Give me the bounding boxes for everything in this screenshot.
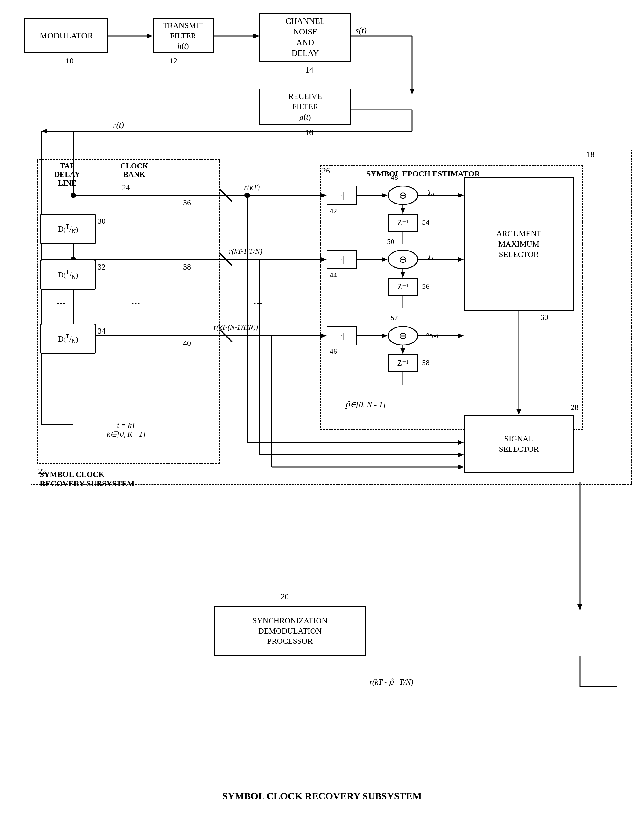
ref-40: 40 xyxy=(183,339,191,348)
sum-block-2: ⊕ xyxy=(388,250,418,269)
phat-label: p̂∈[0, N - 1] xyxy=(345,400,386,409)
svg-marker-61 xyxy=(578,604,582,610)
sync-demod-label: SYNCHRONIZATIONDEMODULATIONPROCESSOR xyxy=(252,616,328,647)
signal-rkt: r(kT) xyxy=(244,183,260,192)
ref-32: 32 xyxy=(98,262,106,271)
tap-delay-inner-box xyxy=(37,159,220,464)
ref-26: 26 xyxy=(322,166,330,175)
delay-2-label: D(T/N) xyxy=(58,268,78,281)
sum-1-label: ⊕ xyxy=(399,190,407,201)
z-inv-block-2: Z⁻¹ xyxy=(388,278,418,296)
delay-block-3: D(T/N) xyxy=(40,323,96,354)
dots-signals: ... xyxy=(253,293,262,307)
ref-10: 10 xyxy=(66,57,74,66)
abs-3-label: |·| xyxy=(339,330,345,341)
output-signal-label: r(kT - p̂ · T/N) xyxy=(369,678,413,687)
z-inv-block-3: Z⁻¹ xyxy=(388,354,418,373)
ref-30: 30 xyxy=(98,217,106,226)
delay-1-label: D(T/N) xyxy=(58,222,78,235)
z-inv-block-1: Z⁻¹ xyxy=(388,214,418,232)
ref-12: 12 xyxy=(169,57,177,66)
transmit-filter-block: TRANSMITFILTERh(t) xyxy=(153,18,214,54)
lambda-1-label: λ₁ xyxy=(427,253,434,262)
bottom-title: SYMBOL CLOCK RECOVERY SUBSYSTEM xyxy=(168,791,476,802)
ref-60: 60 xyxy=(540,313,548,322)
arg-max-label: ARGUMENTMAXIMUMSELECTOR xyxy=(496,228,541,259)
z-inv-2-label: Z⁻¹ xyxy=(397,282,409,292)
symbol-epoch-label: SYMBOL EPOCH ESTIMATOR xyxy=(366,169,480,179)
ref-36: 36 xyxy=(183,198,191,207)
abs-block-3: |·| xyxy=(327,326,357,345)
t-eq-label: t = kTk∈[0, K - 1] xyxy=(107,421,146,438)
recovery-subsystem-label-inner: SYMBOL CLOCKRECOVERY SUBSYSTEM xyxy=(40,470,135,488)
channel-noise-block: CHANNELNOISEANDDELAY xyxy=(259,13,351,62)
signal-rkt1: r(kT-1·T/N) xyxy=(229,247,262,256)
abs-1-label: |·| xyxy=(339,190,345,201)
z-inv-1-label: Z⁻¹ xyxy=(397,218,409,228)
svg-marker-1 xyxy=(147,34,153,38)
ref-44: 44 xyxy=(330,271,337,279)
sync-demod-block: SYNCHRONIZATIONDEMODULATIONPROCESSOR xyxy=(214,606,366,656)
sum-2-label: ⊕ xyxy=(399,254,407,265)
signal-st: s(t) xyxy=(356,26,366,35)
lambda-0-label: λ₀ xyxy=(427,189,434,198)
dots-delay: ... xyxy=(57,293,66,307)
receive-filter-block: RECEIVEFILTERg(t) xyxy=(259,89,351,125)
abs-2-label: |·| xyxy=(339,254,345,265)
transmit-filter-label: TRANSMITFILTERh(t) xyxy=(163,20,204,51)
signal-selector-label: SIGNALSELECTOR xyxy=(499,434,539,454)
abs-block-1: |·| xyxy=(327,185,357,205)
ref-58: 58 xyxy=(422,359,429,367)
delay-3-label: D(T/N) xyxy=(58,333,78,345)
ref-42: 42 xyxy=(330,207,337,215)
sum-block-1: ⊕ xyxy=(388,185,418,205)
ref-56: 56 xyxy=(422,282,429,291)
svg-marker-3 xyxy=(253,34,259,38)
ref-38: 38 xyxy=(183,262,191,271)
clock-bank-label: CLOCKBANK xyxy=(107,162,162,179)
svg-marker-7 xyxy=(409,89,414,95)
delay-block-1: D(T/N) xyxy=(40,214,96,244)
signal-selector-block: SIGNALSELECTOR xyxy=(464,415,574,473)
ref-28: 28 xyxy=(571,403,579,412)
ref-34: 34 xyxy=(98,327,106,336)
receive-filter-label: RECEIVEFILTERg(t) xyxy=(288,91,322,122)
arg-max-block: ARGUMENTMAXIMUMSELECTOR xyxy=(464,177,574,311)
abs-block-2: |·| xyxy=(327,250,357,269)
ref-50: 50 xyxy=(387,238,394,246)
ref-16: 16 xyxy=(305,128,313,137)
ref-14: 14 xyxy=(305,66,313,75)
lambda-n1-label: λN-1 xyxy=(426,329,439,340)
z-inv-3-label: Z⁻¹ xyxy=(397,358,409,368)
signal-rktn1: r(kT-(N-1)T/N)) xyxy=(214,323,258,331)
dots-clock: ... xyxy=(131,293,140,307)
channel-noise-label: CHANNELNOISEANDDELAY xyxy=(286,16,325,58)
ref-52: 52 xyxy=(391,314,398,322)
delay-block-2: D(T/N) xyxy=(40,259,96,290)
modulator-block: MODULATOR xyxy=(25,18,108,54)
ref-46: 46 xyxy=(330,347,337,356)
signal-rt: r(t) xyxy=(113,121,124,130)
sum-3-label: ⊕ xyxy=(399,330,407,342)
ref-24: 24 xyxy=(122,183,130,192)
sum-block-3: ⊕ xyxy=(388,326,418,345)
svg-marker-11 xyxy=(41,129,47,134)
tap-delay-label: TAPDELAYLINE xyxy=(40,162,95,187)
modulator-label: MODULATOR xyxy=(40,30,93,41)
ref-48: 48 xyxy=(391,173,398,182)
ref-54: 54 xyxy=(422,218,429,227)
ref-20: 20 xyxy=(281,592,289,601)
